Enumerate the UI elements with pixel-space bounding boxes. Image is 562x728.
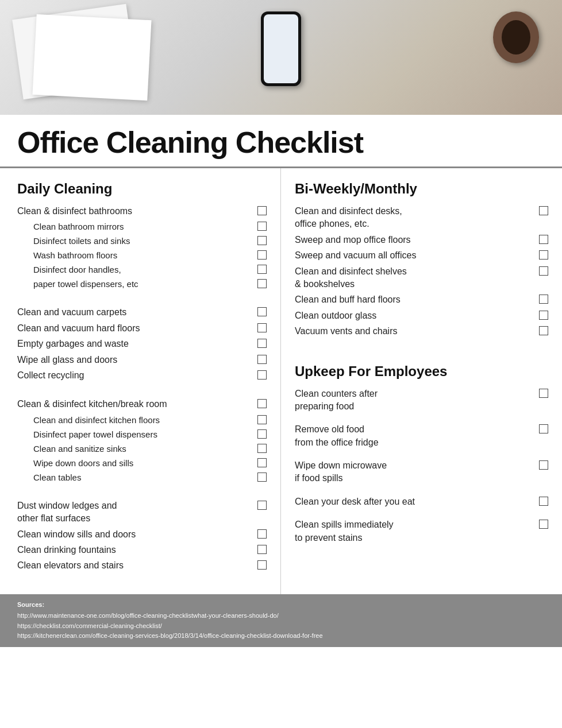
source-link-3[interactable]: https://kitchenerclean.com/office-cleani… — [17, 631, 545, 641]
list-item: Clean tables — [33, 471, 267, 483]
kitchen-group: Clean & disinfect kitchen/break room Cle… — [17, 398, 267, 483]
source-link-1[interactable]: http://www.maintenance-one.com/blog/offi… — [17, 611, 545, 621]
checkbox[interactable] — [539, 250, 548, 260]
checkbox[interactable] — [539, 520, 548, 529]
item-label: Wash bathroom floors — [33, 249, 253, 261]
checkbox[interactable] — [539, 311, 548, 320]
checkbox[interactable] — [539, 295, 548, 304]
checkbox[interactable] — [257, 279, 267, 288]
item-label: Clean and vacuum hard floors — [17, 322, 253, 335]
checkbox[interactable] — [257, 355, 267, 364]
item-label: Dust window ledges andother flat surface… — [17, 499, 253, 525]
upkeep-item: Wipe down microwaveif food spills — [295, 459, 548, 485]
list-item: Clean & disinfect kitchen/break room — [17, 398, 267, 411]
sources-label: Sources: — [17, 600, 545, 610]
bottom-group: Dust window ledges andother flat surface… — [17, 499, 267, 572]
left-column: Daily Cleaning Clean & disinfect bathroo… — [0, 168, 281, 594]
checkbox[interactable] — [257, 444, 267, 453]
item-label: Clean spills immediatelyto prevent stain… — [295, 518, 534, 544]
item-label: Remove old foodfrom the office fridge — [295, 423, 534, 449]
biweekly-group: Clean and disinfect desks,office phones,… — [295, 205, 548, 338]
list-item: Clean and disinfect shelves& bookshelves — [295, 265, 548, 291]
item-label: Clean tables — [33, 471, 253, 483]
checkbox[interactable] — [257, 370, 267, 380]
list-item: Sweep and vacuum all offices — [295, 249, 548, 262]
list-item: Clean bathroom mirrors — [33, 220, 267, 233]
item-label: Disinfect toilets and sinks — [33, 235, 253, 247]
upkeep-item: Clean your desk after you eat — [295, 495, 548, 508]
list-item: Clean elevators and stairs — [17, 559, 267, 572]
bathrooms-group: Clean & disinfect bathrooms Clean bathro… — [17, 205, 267, 290]
checkbox[interactable] — [257, 339, 267, 348]
page-title: Office Cleaning Checklist — [17, 125, 545, 160]
checkbox[interactable] — [539, 424, 548, 433]
checkbox[interactable] — [257, 323, 267, 332]
checkbox[interactable] — [257, 415, 267, 424]
list-item: Clean drinking fountains — [17, 544, 267, 556]
checkbox[interactable] — [257, 206, 267, 215]
checkbox[interactable] — [257, 501, 267, 510]
checkbox[interactable] — [539, 266, 548, 276]
list-item: Clean and vacuum carpets — [17, 306, 267, 319]
item-label: Sweep and mop office floors — [295, 234, 534, 246]
item-label: paper towel dispensers, etc — [33, 278, 253, 290]
bathrooms-sub-group: Clean bathroom mirrors Disinfect toilets… — [17, 220, 267, 290]
list-item: Sweep and mop office floors — [295, 234, 548, 246]
checkbox[interactable] — [539, 235, 548, 244]
upkeep-item: Clean counters afterpreparing food — [295, 388, 548, 413]
checkbox[interactable] — [257, 265, 267, 274]
item-label: Clean and buff hard floors — [295, 293, 534, 306]
checkbox[interactable] — [257, 236, 267, 245]
list-item: Clean and disinfect desks,office phones,… — [295, 205, 548, 231]
item-label: Wipe down microwaveif food spills — [295, 459, 534, 485]
item-label: Clean and sanitize sinks — [33, 443, 253, 455]
list-item: Empty garbages and waste — [17, 338, 267, 350]
checkbox[interactable] — [539, 497, 548, 506]
checkbox[interactable] — [539, 389, 548, 398]
item-label: Disinfect door handles, — [33, 264, 253, 276]
item-label: Disinfect paper towel dispensers — [33, 428, 253, 440]
checkbox[interactable] — [257, 307, 267, 316]
checkbox[interactable] — [257, 473, 267, 482]
header-photo — [0, 0, 562, 115]
coffee-cup — [493, 11, 539, 63]
title-bar: Office Cleaning Checklist — [0, 115, 562, 168]
item-label: Vacuum vents and chairs — [295, 325, 534, 338]
source-link-2[interactable]: https://checklist.com/commercial-cleanin… — [17, 621, 545, 632]
checkbox[interactable] — [257, 529, 267, 539]
checkbox[interactable] — [257, 222, 267, 231]
list-item: Wash bathroom floors — [33, 249, 267, 261]
list-item: Clean & disinfect bathrooms — [17, 205, 267, 218]
checkbox[interactable] — [539, 460, 548, 470]
footer: Sources: http://www.maintenance-one.com/… — [0, 594, 562, 647]
kitchen-sub-group: Clean and disinfect kitchen floors Disin… — [17, 414, 267, 483]
item-label: Collect recycling — [17, 369, 253, 382]
item-label: Empty garbages and waste — [17, 338, 253, 350]
right-column: Bi-Weekly/Monthly Clean and disinfect de… — [281, 168, 562, 594]
item-label: Clean and disinfect shelves& bookshelves — [295, 265, 534, 291]
upkeep-item: Remove old foodfrom the office fridge — [295, 423, 548, 449]
list-item: Disinfect toilets and sinks — [33, 235, 267, 247]
checkbox[interactable] — [257, 560, 267, 570]
checkbox[interactable] — [257, 250, 267, 260]
checkbox[interactable] — [257, 399, 267, 408]
list-item: Collect recycling — [17, 369, 267, 382]
checkbox[interactable] — [257, 458, 267, 467]
checkbox[interactable] — [539, 206, 548, 215]
item-label: Wipe down doors and sills — [33, 457, 253, 469]
phone-decoration — [261, 11, 301, 86]
upkeep-group: Clean counters afterpreparing food Remov… — [295, 388, 548, 545]
checkbox[interactable] — [257, 545, 267, 554]
item-label: Clean and vacuum carpets — [17, 306, 253, 319]
list-item: Clean and sanitize sinks — [33, 443, 267, 455]
biweekly-title: Bi-Weekly/Monthly — [295, 181, 548, 197]
item-label: Clean and disinfect kitchen floors — [33, 414, 253, 426]
item-label: Wipe all glass and doors — [17, 354, 253, 366]
item-label: Clean bathroom mirrors — [33, 220, 253, 233]
list-item: Vacuum vents and chairs — [295, 325, 548, 338]
list-item: Clean and vacuum hard floors — [17, 322, 267, 335]
checkbox[interactable] — [257, 429, 267, 439]
list-item: Clean outdoor glass — [295, 309, 548, 322]
checkbox[interactable] — [539, 326, 548, 335]
upkeep-item: Clean spills immediatelyto prevent stain… — [295, 518, 548, 544]
